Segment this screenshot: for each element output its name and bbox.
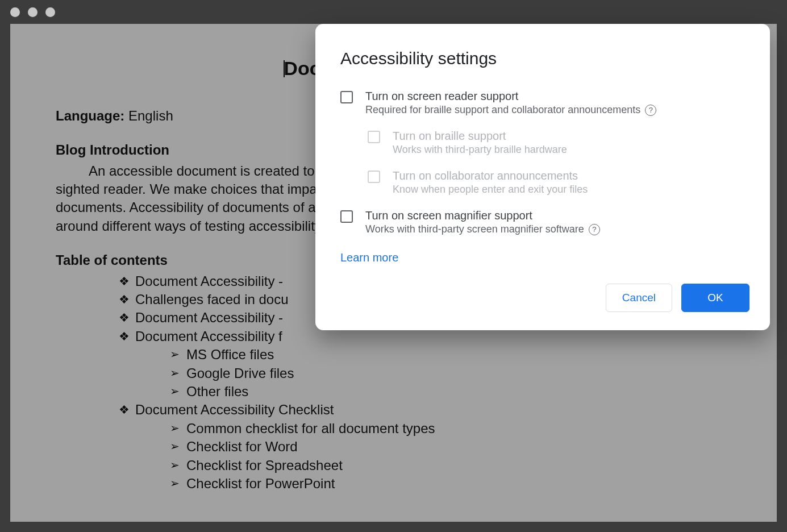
window-close-button[interactable]: [10, 7, 20, 17]
option-description: Works with third-party screen magnifier …: [365, 223, 584, 235]
option-label: Turn on collaborator announcements: [393, 169, 578, 182]
option-description: Required for braille support and collabo…: [365, 104, 640, 116]
dialog-title: Accessibility settings: [340, 49, 749, 68]
option-collaborator-announcements: Turn on collaborator announcements Know …: [340, 169, 749, 196]
help-icon[interactable]: ?: [589, 224, 600, 235]
option-description: Works with third-party braille hardware: [393, 144, 567, 156]
option-screen-reader[interactable]: Turn on screen reader support Required f…: [340, 90, 749, 116]
option-description: Know when people enter and exit your fil…: [393, 184, 588, 196]
learn-more-link[interactable]: Learn more: [340, 251, 398, 264]
window-maximize-button[interactable]: [45, 7, 55, 17]
option-label: Turn on screen magnifier support: [365, 209, 532, 222]
window-minimize-button[interactable]: [28, 7, 38, 17]
checkbox[interactable]: [340, 210, 353, 223]
checkbox[interactable]: [340, 91, 353, 103]
help-icon[interactable]: ?: [645, 105, 656, 116]
option-screen-magnifier[interactable]: Turn on screen magnifier support Works w…: [340, 209, 749, 235]
cancel-button[interactable]: Cancel: [606, 284, 672, 312]
option-braille: Turn on braille support Works with third…: [340, 130, 749, 156]
checkbox: [368, 171, 380, 183]
window-titlebar: [0, 0, 787, 24]
checkbox: [368, 131, 380, 143]
settings-list: Turn on screen reader support Required f…: [340, 90, 749, 235]
option-label: Turn on screen reader support: [365, 90, 518, 103]
accessibility-settings-dialog: Accessibility settings Turn on screen re…: [315, 24, 770, 330]
dialog-actions: Cancel OK: [340, 284, 749, 312]
ok-button[interactable]: OK: [681, 284, 749, 312]
option-label: Turn on braille support: [393, 130, 506, 143]
